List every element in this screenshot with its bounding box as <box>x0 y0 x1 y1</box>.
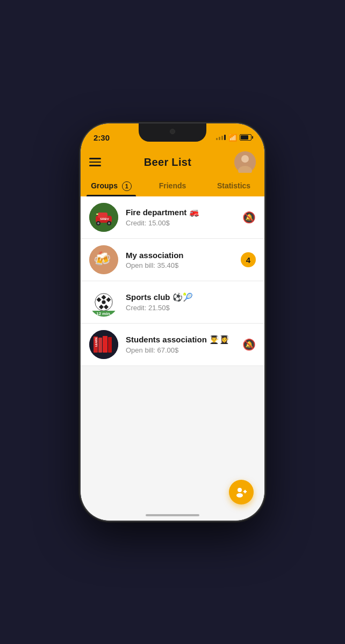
list-item[interactable]: LEARN Students association 👨‍🎓👩‍🎓 Open b… <box>81 324 264 366</box>
group-subtitle-fire-dept: Credit: 15.00$ <box>126 219 235 227</box>
list-item[interactable]: 12 min. Sports club ⚽🎾 Credit: 21.50$ <box>81 281 264 324</box>
group-name-students: Students association 👨‍🎓👩‍🎓 <box>126 335 235 345</box>
group-subtitle-students: Open bill: 67.00$ <box>126 346 235 354</box>
time-badge-sports: 12 min. <box>89 311 118 317</box>
add-group-icon <box>235 486 247 498</box>
svg-text:🍻: 🍻 <box>94 250 111 267</box>
app-title: Beer List <box>144 156 191 169</box>
group-action-students[interactable]: 🔕 <box>242 338 256 351</box>
svg-rect-26 <box>103 336 107 353</box>
svg-text:LEARN: LEARN <box>95 337 98 347</box>
svg-text:SRBV: SRBV <box>100 217 109 221</box>
tab-groups[interactable]: Groups 1 <box>81 177 142 196</box>
group-avatar-fire-dept: SRBV <box>89 203 118 232</box>
groups-list: SRBV Fire department 🚒 Credit: 15.00$ 🔕 <box>81 196 264 521</box>
svg-point-7 <box>97 222 99 224</box>
group-action-association[interactable]: 4 <box>241 252 256 267</box>
screen: 2:30 📶 Beer List <box>81 123 264 521</box>
group-avatar-sports: 12 min. <box>89 288 118 317</box>
tab-bar: Groups 1 Friends Statistics <box>81 173 264 196</box>
tab-groups-label: Groups <box>91 181 118 190</box>
status-icons: 📶 <box>216 134 251 142</box>
svg-rect-10 <box>96 214 98 215</box>
tab-friends[interactable]: Friends <box>142 177 203 196</box>
tab-statistics[interactable]: Statistics <box>203 177 264 196</box>
group-name-association: My association <box>126 251 233 260</box>
tab-groups-badge: 1 <box>122 181 132 191</box>
group-info-fire-dept: Fire department 🚒 Credit: 15.00$ <box>126 208 235 227</box>
group-subtitle-association: Open bill: 35.40$ <box>126 261 233 269</box>
notification-badge-association: 4 <box>241 252 256 267</box>
front-camera <box>170 129 175 134</box>
battery-icon <box>240 134 251 141</box>
phone-frame: 2:30 📶 Beer List <box>81 123 264 521</box>
group-subtitle-sports: Credit: 21.50$ <box>126 304 248 312</box>
notch <box>139 123 206 142</box>
group-avatar-students: LEARN <box>89 330 118 359</box>
list-item[interactable]: SRBV Fire department 🚒 Credit: 15.00$ 🔕 <box>81 196 264 239</box>
svg-point-22 <box>102 300 105 304</box>
svg-rect-25 <box>98 338 102 353</box>
add-group-button[interactable] <box>229 480 254 504</box>
home-indicator <box>146 514 199 516</box>
wifi-icon: 📶 <box>228 134 237 142</box>
list-item[interactable]: 🍻 My association Open bill: 35.40$ 4 <box>81 239 264 281</box>
bell-off-icon: 🔕 <box>242 211 256 223</box>
group-action-fire-dept[interactable]: 🔕 <box>242 211 256 224</box>
avatar[interactable] <box>234 151 256 173</box>
signal-icon <box>216 135 226 140</box>
soccer-ball-svg <box>94 292 113 312</box>
svg-rect-27 <box>108 337 112 353</box>
group-info-sports: Sports club ⚽🎾 Credit: 21.50$ <box>126 292 248 312</box>
battery-fill <box>241 135 248 140</box>
bell-off-icon-students: 🔕 <box>242 339 256 350</box>
svg-point-1 <box>241 155 249 163</box>
group-info-association: My association Open bill: 35.40$ <box>126 251 233 269</box>
tab-statistics-label: Statistics <box>217 181 250 190</box>
menu-button[interactable] <box>89 158 101 166</box>
svg-point-9 <box>108 222 110 224</box>
app-header: Beer List <box>81 147 264 173</box>
svg-point-29 <box>238 488 242 492</box>
group-avatar-association: 🍻 <box>89 245 118 274</box>
group-name-sports: Sports club ⚽🎾 <box>126 292 248 302</box>
tab-friends-label: Friends <box>159 181 186 190</box>
group-info-students: Students association 👨‍🎓👩‍🎓 Open bill: 6… <box>126 335 235 354</box>
group-name-fire-dept: Fire department 🚒 <box>126 208 235 217</box>
status-time: 2:30 <box>94 133 110 142</box>
svg-point-30 <box>236 493 243 497</box>
